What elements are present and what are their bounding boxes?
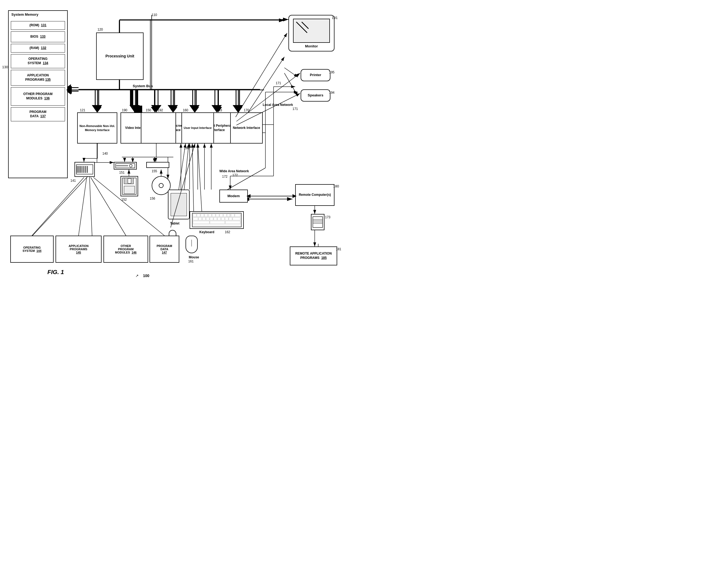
svg-rect-109 <box>214 217 217 220</box>
non-removable-num: 121 <box>80 108 85 112</box>
lan-num: 171 <box>292 107 298 111</box>
speakers-num: 194 <box>329 91 335 95</box>
svg-marker-6 <box>130 89 142 114</box>
diagram: System Memory (ROM) 131 BIOS 133 (RAM) 1… <box>0 0 364 291</box>
mouse-num: 161 <box>188 260 193 263</box>
hdd-device <box>75 162 95 177</box>
svg-rect-103 <box>235 214 240 217</box>
rom-num: 131 <box>41 23 46 27</box>
touch-screen-num: 192 <box>158 108 163 112</box>
svg-line-36 <box>284 73 298 96</box>
wan-num-2: 172 <box>232 173 238 177</box>
num-160-b: 160 <box>184 146 189 150</box>
svg-rect-90 <box>124 186 135 194</box>
other-row: OTHER PROGRAMMODULES 136 <box>11 87 65 106</box>
monitor-box: Monitor <box>288 15 335 51</box>
cd-num: 156 <box>150 196 155 201</box>
system-bus-num: 110 <box>152 13 157 17</box>
svg-marker-128 <box>94 107 102 112</box>
optical-1-num: 151 <box>119 170 125 175</box>
keyboard-label: Keyboard <box>199 230 214 234</box>
user-input-num: 160 <box>183 108 188 112</box>
os-row: OPERATINGSYSTEM 134 <box>11 54 65 68</box>
non-removable-label: Non-Removable Non-Vol. Memory Interface <box>78 124 117 132</box>
bottom-progdata-label: PROGRAMDATA147 <box>157 244 172 254</box>
ram-num: 132 <box>41 46 46 50</box>
processing-unit-box: Processing Unit <box>96 32 144 80</box>
remote-app-box: REMOTE APPLICATION PROGRAMS 185 <box>290 246 337 265</box>
svg-marker-138 <box>234 107 242 112</box>
progdata-num: 137 <box>41 114 46 118</box>
bottom-other-box: OTHERPROGRAMMODULES 146 <box>103 236 148 263</box>
remote-hdd-icon <box>311 214 324 230</box>
mouse-label: Mouse <box>189 256 199 259</box>
floppy-num: 152 <box>121 198 127 202</box>
processing-unit-num: 120 <box>98 28 103 31</box>
remote-computer-box: Remote Computer(s) <box>295 184 335 206</box>
bottom-app-label: APPLICATIONPROGRAMS145 <box>69 244 88 254</box>
svg-rect-105 <box>199 217 202 220</box>
removable-box <box>141 112 176 143</box>
keyboard-device <box>189 211 244 229</box>
video-interface-num: 190 <box>122 108 127 112</box>
svg-rect-95 <box>205 214 208 217</box>
bios-num: 133 <box>40 35 46 38</box>
svg-rect-99 <box>219 214 223 217</box>
printer-num: 195 <box>329 71 335 74</box>
svg-line-35 <box>284 68 298 77</box>
svg-marker-126 <box>131 107 139 112</box>
svg-marker-130 <box>169 107 177 112</box>
monitor-label: Monitor <box>305 44 318 49</box>
rom-label: (ROM) 131 <box>29 23 47 28</box>
svg-marker-136 <box>191 107 199 112</box>
svg-line-58 <box>32 175 89 236</box>
svg-point-84 <box>129 164 132 167</box>
network-interface-num: 170 <box>244 108 249 112</box>
optical-2-num: 155 <box>152 169 157 173</box>
network-interface-box: Network Interface <box>230 112 263 143</box>
bottom-other-label: OTHERPROGRAMMODULES 146 <box>115 244 136 254</box>
modem-label: Modem <box>228 194 240 199</box>
fig-num: 100 <box>143 273 149 278</box>
system-memory-num: 130 <box>2 65 8 69</box>
svg-marker-18 <box>92 105 102 112</box>
svg-rect-96 <box>208 214 211 217</box>
num-140: 140 <box>102 152 108 155</box>
bottom-os-label: OPERATINGSYSTEM 144 <box>23 246 42 253</box>
svg-line-59 <box>89 175 92 236</box>
app-num: 135 <box>45 78 51 81</box>
bios-row: BIOS 133 <box>11 31 65 42</box>
non-removable-box: Non-Removable Non-Vol. Memory Interface <box>77 112 117 143</box>
svg-rect-117 <box>225 221 240 224</box>
monitor-num: 191 <box>332 16 338 20</box>
svg-rect-110 <box>217 217 221 220</box>
other-num: 136 <box>44 97 50 100</box>
svg-line-65 <box>302 22 309 29</box>
rom-row: (ROM) 131 <box>11 21 65 30</box>
svg-rect-113 <box>229 217 232 220</box>
floppy-disk <box>121 176 138 196</box>
num-171: 171 <box>276 81 281 85</box>
svg-rect-98 <box>216 214 219 217</box>
svg-line-156 <box>184 143 189 190</box>
output-peripheral-num: 193 <box>217 108 222 112</box>
remote-app-label: REMOTE APPLICATION PROGRAMS 185 <box>290 252 337 260</box>
bottom-os-box: OPERATINGSYSTEM 144 <box>10 236 54 263</box>
tablet-label: Tablet <box>170 221 179 225</box>
fig-arrow: ↗ <box>135 273 139 278</box>
tablet-device <box>168 190 189 219</box>
svg-marker-27 <box>233 105 243 112</box>
svg-rect-107 <box>206 217 209 220</box>
svg-line-64 <box>296 22 307 33</box>
remote-app-box-num: 181 <box>336 247 341 251</box>
wan-num: 172 <box>222 175 228 179</box>
processing-unit-label: Processing Unit <box>105 54 134 58</box>
svg-rect-97 <box>212 214 215 217</box>
user-input-box: User Input Interface <box>181 112 214 143</box>
keyboard-num: 162 <box>225 230 230 234</box>
svg-rect-100 <box>224 214 227 217</box>
svg-rect-114 <box>233 217 240 220</box>
svg-rect-108 <box>210 217 213 220</box>
system-memory-box: System Memory (ROM) 131 BIOS 133 (RAM) 1… <box>8 10 68 178</box>
user-input-label: User Input Interface <box>184 126 211 130</box>
